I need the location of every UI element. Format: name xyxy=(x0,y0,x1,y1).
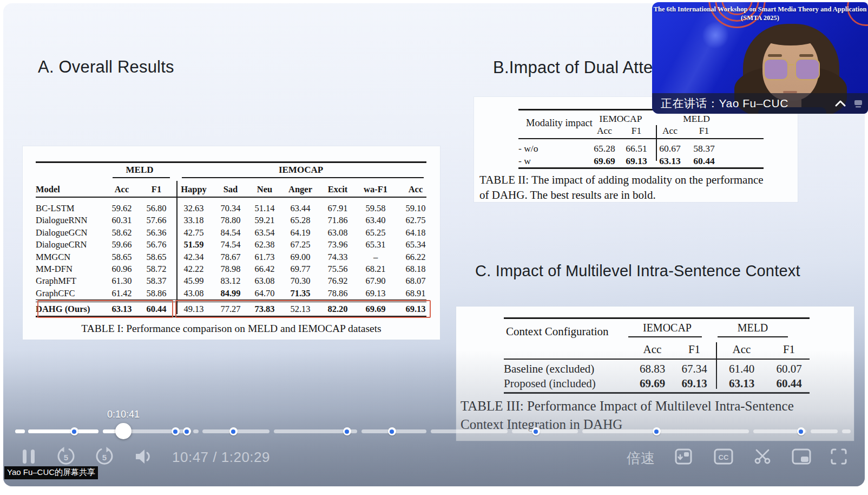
table-cell: 60.07 xyxy=(767,362,811,376)
svg-text:CC: CC xyxy=(719,453,729,461)
table-cell: 61.30 xyxy=(105,275,139,287)
table-cell: F1 xyxy=(767,342,811,356)
table-cell: 74.33 xyxy=(319,251,356,263)
pip-button[interactable] xyxy=(791,446,812,467)
presenter-glasses-right-lens xyxy=(795,58,820,80)
screen-switch-button[interactable] xyxy=(674,446,693,467)
table3-meld-underline xyxy=(718,336,788,337)
table-cell: Excit xyxy=(319,183,356,196)
table1-group-meld: MELD xyxy=(113,165,167,175)
svg-text:5: 5 xyxy=(64,453,68,462)
table-cell: 69.77 xyxy=(281,263,319,275)
highlight-box-iemocap xyxy=(175,300,431,318)
table3-iemocap-underline xyxy=(628,336,702,337)
pause-button[interactable] xyxy=(21,446,37,467)
table-cell: 67.34 xyxy=(673,362,716,376)
table-row: - w69.6969.1363.1360.44 xyxy=(518,155,721,167)
table-cell: 64.19 xyxy=(281,227,319,239)
table-cell: 60.67 xyxy=(653,142,687,155)
webcam-overlay[interactable]: The 6th International Workshop on Smart … xyxy=(652,2,868,114)
workshop-banner: The 6th International Workshop on Smart … xyxy=(652,5,868,23)
table-cell: 67.25 xyxy=(281,239,319,251)
table-cell: 67.90 xyxy=(356,275,395,287)
clip-button[interactable] xyxy=(752,446,773,467)
table-cell: 69.00 xyxy=(281,251,319,263)
table-cell: 73.96 xyxy=(319,239,356,251)
speaker-bar: 正在讲话：Yao Fu–CUC xyxy=(652,93,868,114)
table-cell: 45.99 xyxy=(174,275,213,287)
table-cell: 58.37 xyxy=(139,275,174,287)
presenter-glasses-left-lens xyxy=(764,58,788,80)
presenter-left-eyebrow xyxy=(768,54,782,57)
table-cell: Acc xyxy=(632,342,673,356)
rewind-5-button[interactable]: 5 xyxy=(56,446,76,467)
table-cell: 57.66 xyxy=(139,214,174,226)
table-cell: F1 xyxy=(673,342,716,356)
table-cell: Anger xyxy=(281,183,319,196)
presenter-right-eyebrow xyxy=(799,54,813,57)
volume-button[interactable] xyxy=(133,446,155,467)
table-cell: 68.21 xyxy=(356,263,395,275)
table2-caption-line2: of DAHG. The best results are in bold. xyxy=(479,188,656,202)
playback-speed-button[interactable]: 倍速 xyxy=(627,449,655,468)
table-cell: 68.83 xyxy=(632,362,673,376)
chevron-up-icon[interactable] xyxy=(833,98,847,109)
table-cell: Acc xyxy=(716,342,767,356)
table3-mid-rule xyxy=(504,359,810,360)
table-cell: Acc xyxy=(395,183,436,196)
table-cell: 60.44 xyxy=(767,376,811,391)
table-cell: 65.31 xyxy=(356,239,395,251)
table1-header-row: ModelAccF1HappySadNeuAngerExcitwa-F1Acc xyxy=(36,183,436,196)
table-cell: 63.08 xyxy=(248,275,281,287)
table-cell: 65.28 xyxy=(589,142,620,155)
table-cell: 78.80 xyxy=(213,214,248,226)
table-cell: GraphMFT xyxy=(36,275,105,287)
table-cell: 78.86 xyxy=(319,288,356,299)
speaker-label: 正在讲话：Yao Fu–CUC xyxy=(661,96,833,111)
table-cell: 65.28 xyxy=(281,214,319,226)
table-cell: 69.13 xyxy=(620,155,653,167)
fullscreen-button[interactable] xyxy=(829,446,849,467)
table-cell: Happy xyxy=(174,183,213,196)
presenter-hairline xyxy=(760,27,821,45)
table-cell: 63.44 xyxy=(281,203,319,214)
table1-panel: MELD IEMOCAP ModelAccF1HappySadNeuAngerE… xyxy=(23,146,440,340)
table1-iemocap-underline xyxy=(182,177,424,178)
table2-bottom-rule xyxy=(518,167,764,169)
presenter-glasses-bridge xyxy=(788,64,794,66)
table-cell: 64.70 xyxy=(248,288,281,299)
table1-top-rule xyxy=(36,161,426,163)
volume-icon xyxy=(133,447,155,466)
table-cell: 33.18 xyxy=(174,214,213,226)
picture-in-picture-icon xyxy=(791,447,812,466)
table-cell: 61.40 xyxy=(716,362,767,376)
table-cell: DialogueGCN xyxy=(36,227,105,239)
table-cell: – xyxy=(356,251,395,263)
table-row: DialogueRNN60.3157.6633.1878.8059.2165.2… xyxy=(36,214,436,226)
table-cell: 66.22 xyxy=(395,251,436,263)
table3-subheader-row: AccF1AccF1 xyxy=(504,342,810,356)
table-cell: 68.07 xyxy=(395,275,436,287)
table-cell: 78.67 xyxy=(213,251,248,263)
forward-5-icon: 5 xyxy=(94,446,115,467)
table-cell: 59.66 xyxy=(105,239,139,251)
table-row: MMGCN58.6558.6542.3478.6761.7369.0074.33… xyxy=(36,251,436,263)
table3-caption-line1: TABLE III: Performance Impact of Multile… xyxy=(461,399,794,414)
table-row: - w/o65.2866.5160.6758.37 xyxy=(518,142,721,155)
captions-button[interactable]: CC xyxy=(713,446,734,467)
table-cell: 75.56 xyxy=(319,263,356,275)
table-cell: 69.13 xyxy=(356,288,395,299)
table2-group-iemocap: IEMOCAP xyxy=(589,113,653,125)
table-cell: MM-DFN xyxy=(36,263,105,275)
video-player-page: A. Overall Results B.Impact of Dual Atte… xyxy=(0,0,868,495)
table-cell: 59.58 xyxy=(356,203,395,214)
table-cell: 58.65 xyxy=(105,251,139,263)
table-cell: 51.59 xyxy=(174,239,213,251)
table-cell: 63.40 xyxy=(356,214,395,226)
forward-5-button[interactable]: 5 xyxy=(94,446,115,467)
table-cell: Neu xyxy=(248,183,281,196)
table3-top-rule xyxy=(504,317,810,319)
table-cell: F1 xyxy=(687,125,721,136)
table-cell: 58.86 xyxy=(139,288,174,299)
table-cell: DialogueRNN xyxy=(36,214,105,226)
